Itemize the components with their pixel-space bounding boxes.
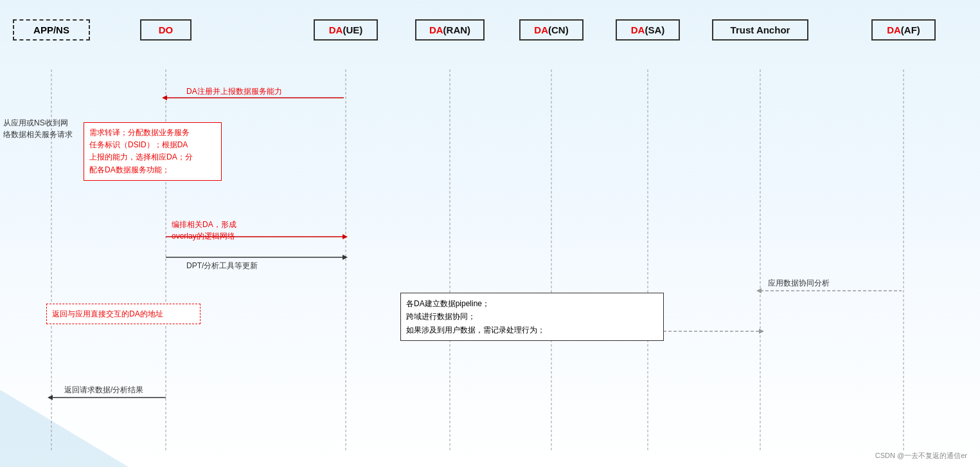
svg-marker-14 xyxy=(343,255,348,260)
arrow1-label: DA注册并上报数据服务能力 xyxy=(186,86,282,97)
header-da-ue-da: DA xyxy=(329,24,343,35)
do-processing-box: 需求转译；分配数据业务服务任务标识（DSID）；根据DA上报的能力，选择相应DA… xyxy=(84,122,222,181)
da-pipeline-box: 各DA建立数据pipeline；跨域进行数据协同；如果涉及到用户数据，需记录处理… xyxy=(400,293,664,341)
header-appns-label: APP/NS xyxy=(33,24,69,35)
header-trust-anchor-label: Trust Anchor xyxy=(731,24,790,35)
arrow9-label: 返回请求数据/分析结果 xyxy=(64,385,143,396)
header-da-af-da: DA xyxy=(887,24,901,35)
header-da-cn: DA(CN) xyxy=(519,19,584,41)
header-da-sa-suffix: (SA) xyxy=(645,24,664,35)
lifelines-svg xyxy=(0,0,980,467)
header-da-ue-suffix: (UE) xyxy=(343,24,362,35)
header-da-ran-da: DA xyxy=(429,24,443,35)
header-da-ue: DA(UE) xyxy=(314,19,378,41)
header-trust-anchor: Trust Anchor xyxy=(712,19,808,41)
header-da-sa: DA(SA) xyxy=(616,19,680,41)
svg-marker-10 xyxy=(162,95,167,100)
svg-marker-16 xyxy=(756,288,762,293)
watermark: CSDN @一去不复返的通信er xyxy=(875,451,967,461)
header-da-ran-suffix: (RAN) xyxy=(443,24,471,35)
arrow4-label: DPT/分析工具等更新 xyxy=(186,261,258,271)
header-da-ran: DA(RAN) xyxy=(415,19,485,41)
header-da-af-suffix: (AF) xyxy=(901,24,920,35)
svg-marker-18 xyxy=(759,329,764,334)
arrow5-label: 应用数据协同分析 xyxy=(768,278,830,289)
sequence-diagram: APP/NS DO DA(UE) DA(RAN) DA(CN) DA(SA) T… xyxy=(0,0,980,467)
header-da-cn-suffix: (CN) xyxy=(548,24,569,35)
left-side-label: 从应用或NS收到网络数据相关服务请求 xyxy=(3,117,77,140)
header-do-label: DO xyxy=(159,24,174,35)
header-da-af: DA(AF) xyxy=(871,19,936,41)
header-do: DO xyxy=(140,19,192,41)
header-da-sa-da: DA xyxy=(631,24,645,35)
header-da-cn-da: DA xyxy=(534,24,548,35)
svg-marker-0 xyxy=(0,390,129,467)
svg-marker-12 xyxy=(343,234,348,239)
return-da-address-box: 返回与应用直接交互的DA的地址 xyxy=(46,304,200,324)
header-appns: APP/NS xyxy=(13,19,90,41)
arrow3-label: 编排相关DA，形成overlay的逻辑网络 xyxy=(172,219,236,242)
